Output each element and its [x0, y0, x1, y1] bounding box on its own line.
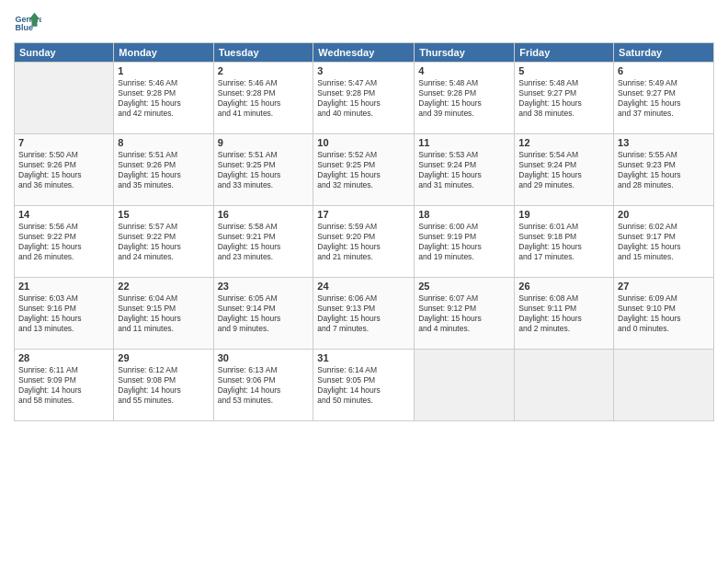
day-info: Sunrise: 5:54 AM Sunset: 9:24 PM Dayligh…	[518, 150, 609, 190]
day-info: Sunrise: 5:53 AM Sunset: 9:24 PM Dayligh…	[418, 150, 510, 190]
day-info: Sunrise: 5:46 AM Sunset: 9:28 PM Dayligh…	[118, 78, 209, 119]
day-cell: 10Sunrise: 5:52 AM Sunset: 9:25 PM Dayli…	[313, 134, 415, 206]
day-cell: 24Sunrise: 6:06 AM Sunset: 9:13 PM Dayli…	[313, 278, 415, 350]
day-number: 10	[317, 137, 410, 148]
col-thursday: Thursday	[415, 43, 515, 63]
day-number: 29	[118, 352, 209, 363]
day-info: Sunrise: 6:01 AM Sunset: 9:18 PM Dayligh…	[518, 222, 609, 262]
day-info: Sunrise: 5:50 AM Sunset: 9:26 PM Dayligh…	[18, 150, 109, 190]
day-number: 13	[618, 137, 710, 148]
day-cell: 9Sunrise: 5:51 AM Sunset: 9:25 PM Daylig…	[213, 134, 313, 206]
day-number: 8	[118, 137, 209, 148]
day-info: Sunrise: 6:09 AM Sunset: 9:10 PM Dayligh…	[618, 293, 710, 334]
day-cell: 21Sunrise: 6:03 AM Sunset: 9:16 PM Dayli…	[15, 278, 114, 350]
week-row-2: 7Sunrise: 5:50 AM Sunset: 9:26 PM Daylig…	[15, 134, 714, 206]
day-info: Sunrise: 6:03 AM Sunset: 9:16 PM Dayligh…	[18, 293, 109, 334]
day-cell: 6Sunrise: 5:49 AM Sunset: 9:27 PM Daylig…	[614, 63, 714, 134]
day-number: 12	[518, 137, 609, 148]
day-cell: 23Sunrise: 6:05 AM Sunset: 9:14 PM Dayli…	[213, 278, 313, 350]
day-cell: 17Sunrise: 5:59 AM Sunset: 9:20 PM Dayli…	[313, 206, 415, 278]
week-row-5: 28Sunrise: 6:11 AM Sunset: 9:09 PM Dayli…	[15, 350, 714, 421]
day-info: Sunrise: 5:46 AM Sunset: 9:28 PM Dayligh…	[218, 78, 310, 119]
day-cell	[415, 350, 515, 421]
day-info: Sunrise: 6:11 AM Sunset: 9:09 PM Dayligh…	[18, 365, 109, 406]
day-cell: 31Sunrise: 6:14 AM Sunset: 9:05 PM Dayli…	[313, 350, 415, 421]
day-cell: 11Sunrise: 5:53 AM Sunset: 9:24 PM Dayli…	[415, 134, 515, 206]
day-info: Sunrise: 5:59 AM Sunset: 9:20 PM Dayligh…	[317, 222, 410, 262]
week-row-4: 21Sunrise: 6:03 AM Sunset: 9:16 PM Dayli…	[15, 278, 714, 350]
day-info: Sunrise: 5:48 AM Sunset: 9:28 PM Dayligh…	[418, 78, 510, 119]
col-tuesday: Tuesday	[213, 43, 313, 63]
day-number: 21	[18, 281, 109, 292]
day-cell: 12Sunrise: 5:54 AM Sunset: 9:24 PM Dayli…	[515, 134, 614, 206]
day-cell	[515, 350, 614, 421]
day-info: Sunrise: 6:04 AM Sunset: 9:15 PM Dayligh…	[118, 293, 209, 334]
day-number: 26	[518, 281, 609, 292]
day-cell: 20Sunrise: 6:02 AM Sunset: 9:17 PM Dayli…	[614, 206, 714, 278]
day-cell: 25Sunrise: 6:07 AM Sunset: 9:12 PM Dayli…	[415, 278, 515, 350]
day-cell: 3Sunrise: 5:47 AM Sunset: 9:28 PM Daylig…	[313, 63, 415, 134]
day-number: 1	[118, 65, 209, 76]
day-info: Sunrise: 6:02 AM Sunset: 9:17 PM Dayligh…	[618, 222, 710, 262]
day-number: 7	[18, 137, 109, 148]
day-number: 15	[118, 209, 209, 220]
day-info: Sunrise: 6:06 AM Sunset: 9:13 PM Dayligh…	[317, 293, 410, 334]
day-number: 25	[418, 281, 510, 292]
day-cell: 22Sunrise: 6:04 AM Sunset: 9:15 PM Dayli…	[114, 278, 213, 350]
day-number: 6	[618, 65, 710, 76]
day-cell: 28Sunrise: 6:11 AM Sunset: 9:09 PM Dayli…	[15, 350, 114, 421]
day-cell: 1Sunrise: 5:46 AM Sunset: 9:28 PM Daylig…	[114, 63, 213, 134]
day-info: Sunrise: 5:47 AM Sunset: 9:28 PM Dayligh…	[317, 78, 410, 119]
day-info: Sunrise: 6:08 AM Sunset: 9:11 PM Dayligh…	[518, 293, 609, 334]
logo: General Blue	[14, 9, 41, 37]
day-cell: 14Sunrise: 5:56 AM Sunset: 9:22 PM Dayli…	[15, 206, 114, 278]
day-cell: 19Sunrise: 6:01 AM Sunset: 9:18 PM Dayli…	[515, 206, 614, 278]
day-number: 9	[218, 137, 310, 148]
day-info: Sunrise: 5:52 AM Sunset: 9:25 PM Dayligh…	[317, 150, 410, 190]
col-sunday: Sunday	[15, 43, 114, 63]
day-number: 16	[218, 209, 310, 220]
day-cell: 7Sunrise: 5:50 AM Sunset: 9:26 PM Daylig…	[15, 134, 114, 206]
day-info: Sunrise: 5:49 AM Sunset: 9:27 PM Dayligh…	[618, 78, 710, 119]
week-row-1: 1Sunrise: 5:46 AM Sunset: 9:28 PM Daylig…	[15, 63, 714, 134]
day-number: 31	[317, 352, 410, 363]
day-cell: 2Sunrise: 5:46 AM Sunset: 9:28 PM Daylig…	[213, 63, 313, 134]
day-info: Sunrise: 5:51 AM Sunset: 9:26 PM Dayligh…	[118, 150, 209, 190]
day-number: 5	[518, 65, 609, 76]
day-number: 27	[618, 281, 710, 292]
svg-text:Blue: Blue	[16, 23, 34, 32]
day-number: 28	[18, 352, 109, 363]
day-info: Sunrise: 6:14 AM Sunset: 9:05 PM Dayligh…	[317, 365, 410, 406]
day-info: Sunrise: 5:57 AM Sunset: 9:22 PM Dayligh…	[118, 222, 209, 262]
day-number: 24	[317, 281, 410, 292]
day-cell: 8Sunrise: 5:51 AM Sunset: 9:26 PM Daylig…	[114, 134, 213, 206]
day-number: 23	[218, 281, 310, 292]
day-cell	[614, 350, 714, 421]
day-cell: 27Sunrise: 6:09 AM Sunset: 9:10 PM Dayli…	[614, 278, 714, 350]
day-number: 20	[618, 209, 710, 220]
day-info: Sunrise: 5:56 AM Sunset: 9:22 PM Dayligh…	[18, 222, 109, 262]
day-number: 4	[418, 65, 510, 76]
day-number: 3	[317, 65, 410, 76]
day-number: 17	[317, 209, 410, 220]
logo-icon: General Blue	[14, 9, 41, 37]
col-monday: Monday	[114, 43, 213, 63]
day-cell: 13Sunrise: 5:55 AM Sunset: 9:23 PM Dayli…	[614, 134, 714, 206]
day-number: 2	[218, 65, 310, 76]
day-number: 19	[518, 209, 609, 220]
day-info: Sunrise: 5:58 AM Sunset: 9:21 PM Dayligh…	[218, 222, 310, 262]
day-cell	[15, 63, 114, 134]
col-saturday: Saturday	[614, 43, 714, 63]
day-cell: 4Sunrise: 5:48 AM Sunset: 9:28 PM Daylig…	[415, 63, 515, 134]
day-info: Sunrise: 6:05 AM Sunset: 9:14 PM Dayligh…	[218, 293, 310, 334]
day-number: 14	[18, 209, 109, 220]
calendar-container: General Blue Sunday Monday Tuesday Wedne…	[0, 0, 728, 563]
week-row-3: 14Sunrise: 5:56 AM Sunset: 9:22 PM Dayli…	[15, 206, 714, 278]
day-info: Sunrise: 5:51 AM Sunset: 9:25 PM Dayligh…	[218, 150, 310, 190]
day-info: Sunrise: 6:00 AM Sunset: 9:19 PM Dayligh…	[418, 222, 510, 262]
day-cell: 30Sunrise: 6:13 AM Sunset: 9:06 PM Dayli…	[213, 350, 313, 421]
day-cell: 5Sunrise: 5:48 AM Sunset: 9:27 PM Daylig…	[515, 63, 614, 134]
day-number: 11	[418, 137, 510, 148]
day-info: Sunrise: 6:13 AM Sunset: 9:06 PM Dayligh…	[218, 365, 310, 406]
day-cell: 18Sunrise: 6:00 AM Sunset: 9:19 PM Dayli…	[415, 206, 515, 278]
